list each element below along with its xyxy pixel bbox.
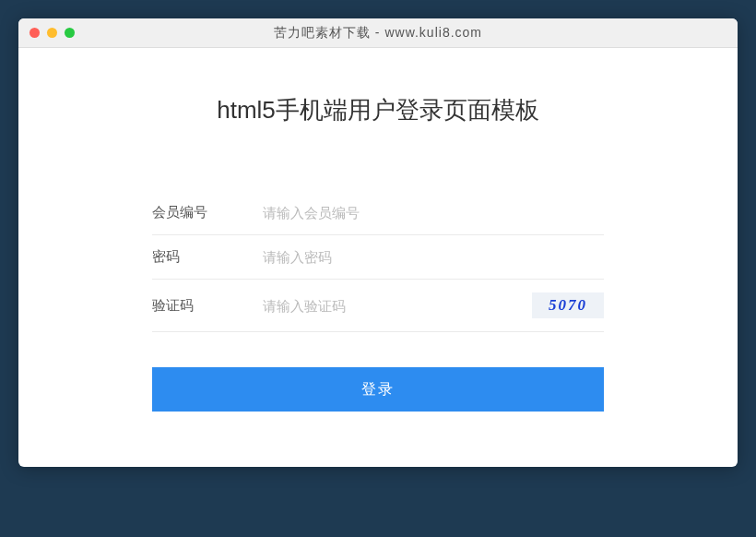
captcha-input[interactable] <box>263 298 523 314</box>
member-id-row: 会员编号 <box>152 191 604 235</box>
login-form: 会员编号 密码 验证码 5070 登录 <box>152 191 604 412</box>
password-label: 密码 <box>152 248 263 266</box>
member-id-label: 会员编号 <box>152 204 263 221</box>
traffic-lights <box>18 28 75 38</box>
captcha-wrap: 5070 <box>263 292 604 318</box>
captcha-row: 验证码 5070 <box>152 280 604 332</box>
password-input[interactable] <box>263 249 604 265</box>
app-window: 苦力吧素材下载 - www.kuli8.com html5手机端用户登录页面模板… <box>18 18 738 467</box>
captcha-image[interactable]: 5070 <box>532 292 604 318</box>
titlebar: 苦力吧素材下载 - www.kuli8.com <box>18 18 738 48</box>
close-icon[interactable] <box>30 28 40 38</box>
member-id-input[interactable] <box>263 205 604 221</box>
maximize-icon[interactable] <box>65 28 75 38</box>
window-title: 苦力吧素材下载 - www.kuli8.com <box>18 25 738 42</box>
page-title: html5手机端用户登录页面模板 <box>18 94 738 126</box>
minimize-icon[interactable] <box>47 28 57 38</box>
login-button[interactable]: 登录 <box>152 367 604 412</box>
captcha-label: 验证码 <box>152 297 263 315</box>
password-row: 密码 <box>152 235 604 280</box>
content-area: html5手机端用户登录页面模板 会员编号 密码 验证码 5070 登录 <box>18 48 738 467</box>
